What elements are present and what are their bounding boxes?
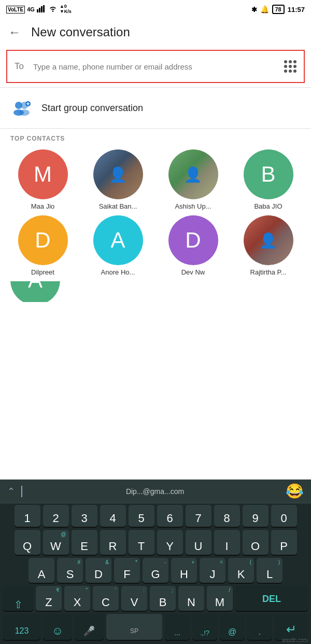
watermark: wsxdn.com <box>282 637 308 643</box>
key-a[interactable]: A <box>29 558 54 583</box>
svg-rect-2 <box>41 6 43 12</box>
contact-dilpreet[interactable]: D Dilpreet <box>6 215 79 276</box>
number-row: 1 2 3 4 5 6 7 8 9 0 <box>0 503 311 528</box>
svg-rect-3 <box>43 5 45 12</box>
signal-bars <box>37 5 46 13</box>
key-l[interactable]: )L <box>257 558 282 583</box>
avatar-rajtirtha: 👤 <box>244 215 293 265</box>
group-conversation-label: Start group conversation <box>41 103 143 114</box>
avatar-saikat: 👤 <box>93 149 143 199</box>
avatar-maa-jio: M <box>18 149 68 199</box>
key-2[interactable]: 2 <box>43 505 69 527</box>
key-0[interactable]: 0 <box>271 505 297 527</box>
contact-dev[interactable]: D Dev Nw <box>157 215 230 276</box>
status-right: ✱ 🔔 78 11:57 <box>251 5 305 14</box>
key-9[interactable]: 9 <box>243 505 268 527</box>
contact-name-rajtirtha: Rajtirtha P... <box>240 268 297 276</box>
key-m[interactable]: /M <box>207 586 233 611</box>
key-w[interactable]: @W <box>43 530 69 555</box>
contact-name-dilpreet: Dilpreet <box>15 268 72 276</box>
key-s[interactable]: #S <box>57 558 83 583</box>
contact-baba-jio[interactable]: B Baba JIO <box>232 149 305 210</box>
contacts-picker-button[interactable] <box>284 60 296 73</box>
cursor-indicator <box>21 486 22 497</box>
recipient-input[interactable] <box>33 61 278 72</box>
key-t[interactable]: T <box>129 530 154 555</box>
to-field-container[interactable]: To <box>6 50 305 83</box>
key-g[interactable]: -G <box>143 558 168 583</box>
start-group-conversation-button[interactable]: Start group conversation <box>0 90 311 126</box>
avatar-dev: D <box>168 215 218 265</box>
back-button[interactable]: ← <box>8 25 21 39</box>
bluetooth-icon: ✱ <box>251 6 257 13</box>
suggestion-text[interactable]: Dip...@gma...com <box>29 487 281 496</box>
key-8[interactable]: 8 <box>214 505 240 527</box>
key-b[interactable]: ;B <box>150 586 176 611</box>
key-j[interactable]: =J <box>200 558 225 583</box>
bottom-row: 123 ☺ 🎤 SP ... .,!? @ . ↵ <box>0 612 311 644</box>
key-z[interactable]: ₹Z <box>36 586 62 611</box>
zxcv-row: ⇧ ₹Z "X 'C :V ;B N /M DEL <box>0 584 311 612</box>
enter-key[interactable]: ↵ <box>275 614 308 640</box>
space-key[interactable]: SP <box>106 614 162 640</box>
contact-anore[interactable]: A Anore Ho... <box>81 215 154 276</box>
key-4[interactable]: 4 <box>100 505 126 527</box>
key-d[interactable]: &D <box>86 558 111 583</box>
key-o[interactable]: O <box>243 530 268 555</box>
period-key[interactable]: . <box>247 614 272 640</box>
ellipsis-key[interactable]: ... <box>165 614 190 640</box>
status-bar: VoLTE 4G ▲0▼K/s ✱ 🔔 78 11:57 <box>0 0 311 19</box>
avatar-ashish: 👤 <box>168 149 218 199</box>
volte-indicator: VoLTE <box>6 6 25 13</box>
to-label: To <box>15 61 27 72</box>
emoji-suggestion[interactable]: 😂 <box>286 483 304 500</box>
key-6[interactable]: 6 <box>157 505 183 527</box>
data-speed: ▲0▼K/s <box>60 4 72 15</box>
key-f[interactable]: *F <box>114 558 140 583</box>
delete-key[interactable]: DEL <box>235 586 308 611</box>
contacts-grid: M Maa Jio 👤 Saikat Ban... 👤 Ashish Up...… <box>0 144 311 281</box>
svg-point-8 <box>19 109 30 116</box>
key-v[interactable]: :V <box>121 586 147 611</box>
key-7[interactable]: 7 <box>186 505 211 527</box>
keyboard-collapse-button[interactable]: ⌃ <box>7 486 15 497</box>
group-icon <box>10 97 32 119</box>
key-5[interactable]: 5 <box>129 505 154 527</box>
partial-contact-row: A <box>0 281 311 302</box>
numbers-toggle-key[interactable]: 123 <box>3 614 40 640</box>
contact-maa-jio[interactable]: M Maa Jio <box>6 149 79 210</box>
key-1[interactable]: 1 <box>15 505 40 527</box>
contact-rajtirtha[interactable]: 👤 Rajtirtha P... <box>232 215 305 276</box>
contact-saikat[interactable]: 👤 Saikat Ban... <box>81 149 154 210</box>
key-e[interactable]: E <box>72 530 97 555</box>
contact-name-anore: Anore Ho... <box>90 268 147 276</box>
key-3[interactable]: 3 <box>72 505 97 527</box>
key-p[interactable]: P <box>271 530 297 555</box>
key-r[interactable]: R <box>100 530 126 555</box>
status-left: VoLTE 4G ▲0▼K/s <box>6 4 72 15</box>
suggestion-bar[interactable]: ⌃ Dip...@gma...com 😂 <box>0 479 311 503</box>
key-q[interactable]: Q <box>15 530 40 555</box>
divider-2 <box>0 128 311 129</box>
shift-key[interactable]: ⇧ <box>3 586 33 611</box>
top-contacts-label: TOP CONTACTS <box>0 131 311 144</box>
contact-ashish[interactable]: 👤 Ashish Up... <box>157 149 230 210</box>
key-c[interactable]: 'C <box>93 586 119 611</box>
emoji-key[interactable]: ☺ <box>43 614 72 640</box>
key-h[interactable]: +H <box>171 558 197 583</box>
network-indicator: 4G <box>27 6 35 12</box>
key-n[interactable]: N <box>178 586 204 611</box>
svg-point-4 <box>52 10 54 12</box>
contact-name-saikat: Saikat Ban... <box>90 202 147 210</box>
contact-name-dev: Dev Nw <box>165 268 222 276</box>
punctuation-key[interactable]: .,!? <box>192 614 217 640</box>
asdf-row: A #S &D *F -G +H =J (K )L <box>0 556 311 584</box>
mic-key[interactable]: 🎤 <box>75 614 104 640</box>
key-i[interactable]: I <box>214 530 240 555</box>
at-key[interactable]: @ <box>220 614 245 640</box>
key-k[interactable]: (K <box>228 558 254 583</box>
app-bar: ← New conversation <box>0 19 311 46</box>
key-x[interactable]: "X <box>64 586 90 611</box>
key-u[interactable]: U <box>186 530 211 555</box>
key-y[interactable]: Y <box>157 530 183 555</box>
